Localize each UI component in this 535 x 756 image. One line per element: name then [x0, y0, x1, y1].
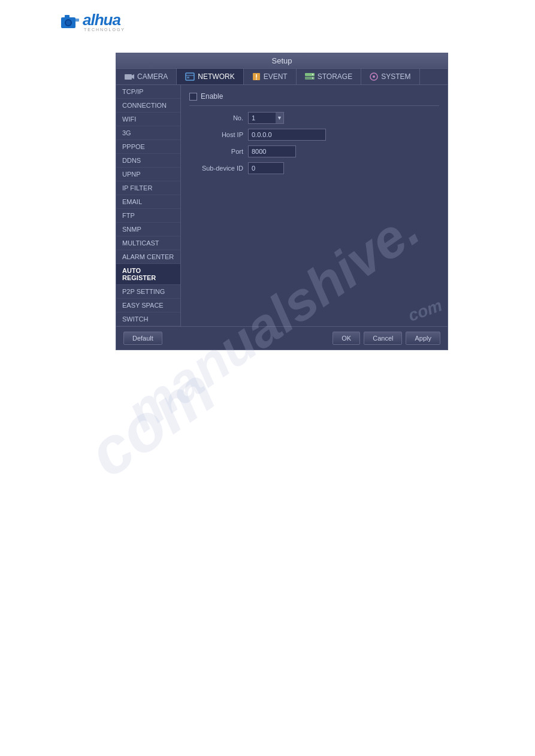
tab-network[interactable]: NETWORK [177, 69, 243, 84]
tab-camera[interactable]: CAMERA [116, 69, 177, 84]
event-icon [252, 72, 261, 81]
camera-icon [125, 73, 134, 81]
sidebar-item-email[interactable]: EMAIL [116, 195, 180, 209]
port-input[interactable] [248, 145, 296, 157]
field-label-port: Port [189, 148, 243, 155]
tab-storage[interactable]: STORAGE [297, 69, 361, 84]
form-row-no: No. ▼ [189, 112, 439, 124]
logo-area: alhua TECHNOLOGY [0, 0, 535, 38]
ok-button[interactable]: OK [333, 332, 360, 345]
content-watermark: com [406, 296, 445, 326]
sidebar-item-pppoe[interactable]: PPPOE [116, 140, 180, 154]
sidebar-item-wifi[interactable]: WIFI [116, 113, 180, 126]
enable-checkbox[interactable] [189, 93, 197, 101]
field-label-hostip: Host IP [189, 131, 243, 138]
svg-rect-3 [65, 15, 69, 18]
form-row-subdeviceid: Sub-device ID [189, 162, 439, 174]
svg-rect-9 [187, 77, 189, 78]
svg-rect-5 [125, 74, 132, 80]
brand-logo: alhua TECHNOLOGY [60, 11, 535, 32]
sidebar-item-ftp[interactable]: FTP [116, 209, 180, 223]
sidebar-item-ipfilter[interactable]: IP FILTER [116, 181, 180, 195]
form-row-hostip: Host IP [189, 129, 439, 141]
tab-event[interactable]: EVENT [244, 69, 297, 84]
sidebar-item-upnp[interactable]: UPNP [116, 168, 180, 181]
svg-marker-6 [132, 74, 134, 79]
svg-point-16 [312, 77, 313, 78]
system-icon [370, 72, 378, 81]
enable-label: Enable [201, 92, 223, 101]
field-label-subdeviceid: Sub-device ID [189, 165, 243, 172]
form-row-port: Port [189, 145, 439, 157]
cancel-button[interactable]: Cancel [364, 332, 402, 345]
sidebar-item-tcpip[interactable]: TCP/IP [116, 85, 180, 99]
default-button[interactable]: Default [123, 332, 162, 345]
logo-icon [60, 13, 80, 31]
no-dropdown-arrow[interactable]: ▼ [276, 112, 284, 124]
sidebar-item-autoregister[interactable]: AUTO REGISTER [116, 264, 180, 285]
hostip-input[interactable] [248, 129, 326, 141]
sidebar-item-connection[interactable]: CONNECTION [116, 99, 180, 113]
brand-name: alhua [83, 11, 120, 29]
sidebar-item-ddns[interactable]: DDNS [116, 154, 180, 168]
svg-point-15 [312, 74, 313, 75]
panel-body: TCP/IP CONNECTION WIFI 3G PPPOE DDNS UPN… [116, 85, 448, 326]
subdeviceid-input[interactable] [248, 162, 284, 174]
ui-panel: Setup CAMERA NETWORK EVENT [116, 53, 448, 350]
svg-rect-4 [74, 19, 79, 22]
tab-system[interactable]: SYSTEM [361, 69, 419, 84]
content-area: Enable No. ▼ Host IP Port Sub-device ID [181, 85, 448, 326]
brand-sub: TECHNOLOGY [84, 28, 125, 32]
page-watermark-2: com [77, 356, 226, 488]
action-buttons: OK Cancel Apply [333, 332, 440, 345]
svg-point-2 [66, 20, 71, 25]
svg-point-18 [373, 75, 375, 78]
sidebar-item-switch[interactable]: SWITCH [116, 312, 180, 326]
enable-row: Enable [189, 92, 439, 106]
sidebar-item-snmp[interactable]: SNMP [116, 223, 180, 236]
apply-button[interactable]: Apply [406, 332, 440, 345]
sidebar-item-easyspace[interactable]: EASY SPACE [116, 299, 180, 312]
sidebar: TCP/IP CONNECTION WIFI 3G PPPOE DDNS UPN… [116, 85, 181, 326]
network-icon [185, 72, 195, 81]
sidebar-item-3g[interactable]: 3G [116, 126, 180, 140]
nav-tabs: CAMERA NETWORK EVENT [116, 69, 448, 85]
storage-icon [305, 73, 315, 81]
field-label-no: No. [189, 114, 243, 122]
sidebar-item-multicast[interactable]: MULTICAST [116, 236, 180, 250]
no-select-wrapper: ▼ [248, 112, 284, 124]
setup-title: Setup [116, 53, 448, 69]
svg-point-12 [256, 78, 257, 80]
sidebar-item-alarmcenter[interactable]: ALARM CENTER [116, 250, 180, 264]
sidebar-item-p2psetting[interactable]: P2P SETTING [116, 285, 180, 299]
bottom-bar: Default OK Cancel Apply [116, 326, 448, 350]
